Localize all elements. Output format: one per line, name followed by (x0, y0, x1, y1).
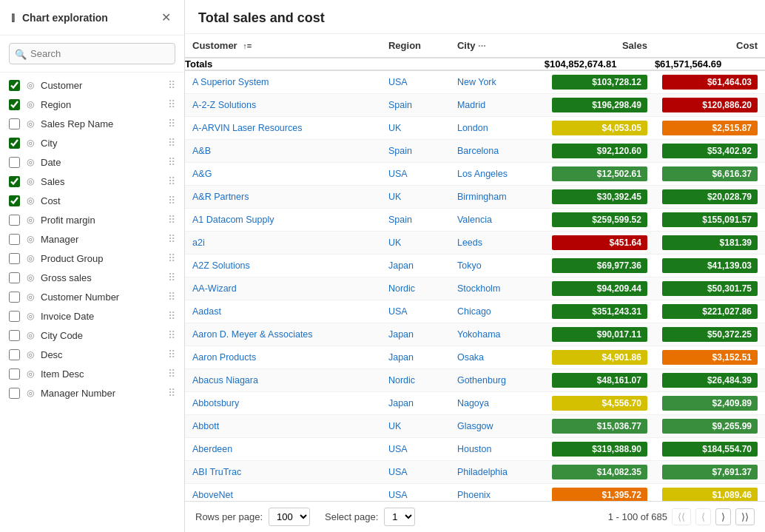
col-header-cost[interactable]: Cost (655, 34, 765, 58)
drag-handle-cost[interactable]: ⠿ (168, 195, 175, 206)
drag-handle-invoice-date[interactable]: ⠿ (168, 310, 175, 322)
col-header-sales[interactable]: Sales (545, 34, 655, 58)
checkbox-sales-rep-name[interactable] (9, 118, 20, 129)
sidebar-close-button[interactable]: ✕ (158, 9, 174, 26)
item-label-invoice-date: Invoice Date (41, 311, 164, 322)
cell-region: UK (381, 232, 450, 255)
cell-customer[interactable]: A&B (185, 140, 381, 163)
checkbox-date[interactable] (9, 157, 20, 168)
cell-customer[interactable]: A Superior System (185, 70, 381, 94)
item-icon-city: ◎ (24, 138, 36, 148)
item-icon-desc: ◎ (24, 349, 36, 360)
page-select[interactable]: 1 (384, 508, 415, 526)
table-row: A2Z Solutions Japan Tokyo $69,977.36 $41… (185, 255, 765, 277)
table-row: A&R Partners UK Birmingham $30,392.45 $2… (185, 186, 765, 209)
cell-customer[interactable]: Abbott (185, 415, 381, 438)
item-icon-item-desc: ◎ (24, 368, 36, 379)
search-icon: 🔍 (15, 48, 27, 59)
sidebar: ⫿ Chart exploration ✕ 🔍 ◎ Customer ⠿ ◎ R… (0, 0, 185, 532)
cell-customer[interactable]: AA-Wizard (185, 277, 381, 300)
cell-customer[interactable]: a2i (185, 232, 381, 255)
cell-customer[interactable]: A&G (185, 163, 381, 186)
drag-handle-desc[interactable]: ⠿ (168, 349, 175, 360)
item-icon-product-group: ◎ (24, 253, 36, 263)
drag-handle-date[interactable]: ⠿ (168, 156, 175, 168)
cell-customer[interactable]: A&R Partners (185, 186, 381, 209)
cell-customer[interactable]: A1 Datacom Supply (185, 209, 381, 232)
item-label-city: City (41, 138, 164, 149)
cell-sales: $319,388.90 (545, 438, 655, 461)
more-icon-city[interactable]: ··· (478, 40, 486, 51)
drag-handle-city[interactable]: ⠿ (168, 137, 175, 149)
cell-cost: $6,616.37 (655, 163, 765, 186)
drag-handle-item-desc[interactable]: ⠿ (168, 368, 175, 380)
col-header-city[interactable]: City ··· (450, 34, 545, 58)
item-label-item-desc: Item Desc (41, 368, 164, 380)
sidebar-items-list: ◎ Customer ⠿ ◎ Region ⠿ ◎ Sales Rep Name… (0, 73, 184, 532)
checkbox-item-desc[interactable] (9, 368, 20, 380)
last-page-button[interactable]: ⟩⟩ (735, 508, 755, 525)
checkbox-manager-number[interactable] (9, 388, 20, 399)
search-input[interactable] (9, 43, 175, 64)
item-label-city-code: City Code (41, 330, 164, 341)
checkbox-desc[interactable] (9, 349, 20, 360)
rows-per-page-select[interactable]: 102550100200 (269, 508, 310, 526)
checkbox-customer[interactable] (9, 80, 20, 91)
col-header-customer[interactable]: Customer ↑= (185, 34, 381, 58)
drag-handle-product-group[interactable]: ⠿ (168, 252, 175, 264)
cell-customer[interactable]: Aaron Products (185, 346, 381, 369)
first-page-button[interactable]: ⟨⟨ (672, 508, 691, 525)
prev-page-button[interactable]: ⟨ (695, 508, 711, 525)
checkbox-cost[interactable] (9, 195, 20, 206)
table-row: Abacus Niagara Nordic Gothenburg $48,161… (185, 369, 765, 392)
item-label-profit-margin: Profit margin (41, 215, 164, 226)
cell-customer[interactable]: A-2-Z Solutions (185, 94, 381, 117)
checkbox-manager[interactable] (9, 234, 20, 245)
cell-customer[interactable]: Aaron D. Meyer & Associates (185, 323, 381, 346)
col-header-region[interactable]: Region (381, 34, 450, 58)
drag-handle-region[interactable]: ⠿ (168, 98, 175, 110)
cell-customer[interactable]: Aberdeen (185, 438, 381, 461)
checkbox-customer-number[interactable] (9, 292, 20, 303)
drag-handle-customer-number[interactable]: ⠿ (168, 291, 175, 303)
cell-sales: $4,556.70 (545, 392, 655, 415)
item-icon-manager: ◎ (24, 234, 36, 244)
cell-sales: $259,599.52 (545, 209, 655, 232)
drag-handle-profit-margin[interactable]: ⠿ (168, 214, 175, 226)
cell-city: Leeds (450, 232, 545, 255)
checkbox-invoice-date[interactable] (9, 311, 20, 322)
cell-customer[interactable]: Aadast (185, 300, 381, 323)
cell-city: Birmingham (450, 186, 545, 209)
cell-region: Japan (381, 392, 450, 415)
cell-customer[interactable]: A2Z Solutions (185, 255, 381, 277)
cell-cost: $2,409.89 (655, 392, 765, 415)
cell-customer[interactable]: Abacus Niagara (185, 369, 381, 392)
checkbox-gross-sales[interactable] (9, 272, 20, 283)
drag-handle-sales[interactable]: ⠿ (168, 175, 175, 187)
totals-row: Totals $104,852,674.81 $61,571,564.69 (185, 58, 765, 70)
cell-customer[interactable]: ABI TruTrac (185, 461, 381, 484)
drag-handle-city-code[interactable]: ⠿ (168, 329, 175, 341)
drag-handle-customer[interactable]: ⠿ (168, 79, 175, 91)
checkbox-sales[interactable] (9, 176, 20, 187)
cell-customer[interactable]: A-ARVIN Laser Resources (185, 117, 381, 140)
drag-handle-gross-sales[interactable]: ⠿ (168, 272, 175, 283)
cell-customer[interactable]: Abbotsbury (185, 392, 381, 415)
drag-handle-manager-number[interactable]: ⠿ (168, 387, 175, 399)
item-label-manager-number: Manager Number (41, 388, 164, 399)
drag-handle-sales-rep-name[interactable]: ⠿ (168, 118, 175, 129)
sidebar-item-profit-margin: ◎ Profit margin ⠿ (0, 210, 184, 229)
checkbox-city[interactable] (9, 138, 20, 149)
next-page-button[interactable]: ⟩ (715, 508, 731, 525)
sidebar-item-manager: ◎ Manager ⠿ (0, 229, 184, 249)
checkbox-product-group[interactable] (9, 253, 20, 264)
cell-customer[interactable]: AboveNet (185, 484, 381, 502)
cell-city: Osaka (450, 346, 545, 369)
cell-cost: $20,028.79 (655, 186, 765, 209)
table-row: Aadast USA Chicago $351,243.31 $221,027.… (185, 300, 765, 323)
checkbox-city-code[interactable] (9, 330, 20, 341)
checkbox-region[interactable] (9, 99, 20, 110)
checkbox-profit-margin[interactable] (9, 215, 20, 226)
sidebar-search-area: 🔍 (0, 36, 184, 73)
drag-handle-manager[interactable]: ⠿ (168, 233, 175, 245)
